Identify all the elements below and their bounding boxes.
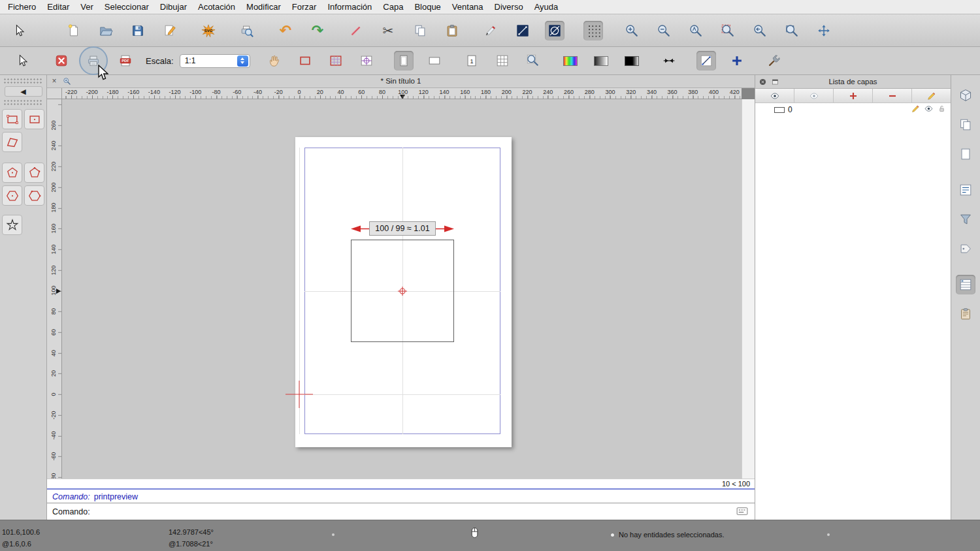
dock-tag[interactable] bbox=[956, 239, 975, 259]
menu-item[interactable]: Ver bbox=[80, 2, 93, 12]
preferences-button[interactable] bbox=[764, 51, 784, 71]
menu-item[interactable]: Diverso bbox=[495, 2, 523, 12]
zoom-selected-button[interactable] bbox=[718, 21, 738, 40]
scale-combobox[interactable]: 1:1 bbox=[180, 54, 250, 68]
collapse-panel-button[interactable]: ◀ bbox=[5, 86, 42, 97]
dock-pages[interactable] bbox=[956, 115, 975, 134]
polygon-center-corner-tool[interactable] bbox=[24, 163, 44, 183]
shapes-tool-panel: ◀ bbox=[0, 75, 47, 520]
draw-line-button[interactable] bbox=[513, 21, 532, 40]
cut-button[interactable]: ✂ bbox=[378, 21, 398, 40]
hruler-label: 140 bbox=[440, 89, 449, 95]
save-icon bbox=[131, 24, 145, 38]
menu-item[interactable]: Capa bbox=[383, 2, 403, 12]
undo-button[interactable]: ↶ bbox=[276, 21, 295, 40]
rectangle-2corner-tool[interactable] bbox=[2, 109, 22, 129]
menu-item[interactable]: Fichero bbox=[8, 2, 36, 12]
new-document-button[interactable] bbox=[64, 21, 84, 40]
export-pdf-button[interactable]: PDF bbox=[116, 51, 135, 71]
zoom-auto-button[interactable] bbox=[686, 21, 706, 40]
menu-item[interactable]: Ayuda bbox=[534, 2, 559, 12]
redo-button[interactable]: ↷ bbox=[308, 21, 327, 40]
hide-all-layers-button[interactable] bbox=[794, 89, 834, 102]
edit-layer-button[interactable] bbox=[912, 89, 951, 102]
drawing-area-column: × * Sin título 1 -220-200-180-160-140-12… bbox=[47, 75, 755, 520]
command-input-line[interactable]: Comando: bbox=[47, 503, 755, 520]
rectangle-corner-size-tool[interactable] bbox=[24, 109, 44, 129]
add-scale-button[interactable] bbox=[727, 51, 747, 71]
pan-hand-button[interactable] bbox=[265, 51, 284, 71]
draw-pen-button[interactable] bbox=[481, 21, 500, 40]
polygon-side-side-tool[interactable] bbox=[24, 185, 44, 206]
page-landscape-button[interactable] bbox=[425, 51, 444, 71]
show-all-layers-button[interactable] bbox=[755, 89, 794, 102]
page-portrait-button[interactable] bbox=[394, 51, 414, 71]
pencil-icon[interactable] bbox=[911, 104, 921, 114]
dock-block-list[interactable] bbox=[956, 180, 975, 200]
line-width-scale-button[interactable] bbox=[659, 51, 679, 71]
polygon-corner-corner-tool[interactable] bbox=[2, 185, 22, 206]
menu-item[interactable]: Dibujar bbox=[160, 2, 187, 12]
panel-drag-handle[interactable] bbox=[3, 99, 43, 105]
menu-item[interactable]: Bloque bbox=[414, 2, 440, 12]
polygon-center-point-tool[interactable] bbox=[2, 163, 22, 183]
select-tool-button-2[interactable] bbox=[13, 51, 33, 71]
close-print-preview-button[interactable] bbox=[52, 51, 71, 71]
layer-row[interactable]: 0 bbox=[755, 103, 951, 116]
export-svg-button[interactable]: SVG bbox=[199, 21, 218, 40]
open-file-button[interactable] bbox=[96, 21, 116, 40]
svg-text:PDF: PDF bbox=[122, 59, 129, 63]
remove-layer-button[interactable] bbox=[873, 89, 912, 102]
dock-view-3d[interactable] bbox=[956, 86, 975, 105]
zoom-previous-button[interactable] bbox=[750, 21, 770, 40]
menu-item[interactable]: Modificar bbox=[246, 2, 281, 12]
zoom-window-button[interactable] bbox=[782, 21, 802, 40]
menu-item[interactable]: Seleccionar bbox=[105, 2, 149, 12]
dock-clipboard[interactable] bbox=[956, 304, 975, 324]
select-tool-button[interactable] bbox=[10, 21, 29, 40]
print-preview-button[interactable] bbox=[237, 21, 257, 40]
menu-item[interactable]: Acotación bbox=[198, 2, 235, 12]
menu-item[interactable]: Ventana bbox=[452, 2, 483, 12]
dock-layer-list[interactable] bbox=[956, 275, 975, 294]
drawing-canvas[interactable]: 100 / 99 ≈ 1.01 bbox=[62, 99, 742, 479]
copy-button[interactable] bbox=[410, 21, 430, 40]
vertical-scrollbar[interactable] bbox=[742, 99, 755, 479]
keyboard-icon[interactable] bbox=[736, 507, 748, 516]
add-layer-button[interactable] bbox=[834, 89, 873, 102]
paste-button[interactable] bbox=[442, 21, 462, 40]
stepper-arrows-icon[interactable] bbox=[237, 55, 248, 67]
star-tool[interactable] bbox=[2, 215, 22, 235]
zoom-in-button[interactable] bbox=[622, 21, 642, 40]
eyegray-icon bbox=[809, 91, 819, 101]
line-style-button[interactable] bbox=[696, 51, 716, 71]
maggrid-icon bbox=[526, 54, 540, 68]
panel-drag-handle[interactable] bbox=[3, 78, 43, 84]
draft-rect-button[interactable] bbox=[295, 51, 315, 71]
save-button[interactable] bbox=[128, 21, 148, 40]
eye-icon[interactable] bbox=[924, 104, 934, 114]
menu-item[interactable]: Editar bbox=[47, 2, 69, 12]
edit-drawing-button[interactable] bbox=[160, 21, 180, 40]
pencil-icon bbox=[926, 91, 937, 101]
zoom-out-button[interactable] bbox=[654, 21, 674, 40]
draft-grid-button[interactable] bbox=[326, 51, 346, 71]
dock-icon-strip bbox=[951, 75, 980, 520]
grid-table-button[interactable] bbox=[493, 51, 512, 71]
delete-button[interactable] bbox=[346, 21, 366, 40]
zoom-pan-button[interactable] bbox=[814, 21, 834, 40]
fit-one-page-button[interactable]: 1 bbox=[462, 51, 482, 71]
color-view-button[interactable] bbox=[561, 51, 580, 71]
center-to-page-button[interactable] bbox=[357, 51, 376, 71]
menu-item[interactable]: Forzar bbox=[292, 2, 317, 12]
draw-circle-button[interactable] bbox=[545, 21, 564, 40]
blackwhite-view-button[interactable] bbox=[622, 51, 642, 71]
grayscale-view-button[interactable] bbox=[591, 51, 611, 71]
quadrilateral-tool[interactable] bbox=[2, 132, 22, 152]
lock-open-icon[interactable] bbox=[937, 104, 947, 114]
dock-filter[interactable] bbox=[956, 210, 975, 229]
snap-grid-button[interactable] bbox=[583, 21, 603, 40]
dock-new-sheet[interactable] bbox=[956, 144, 975, 164]
zoom-page-button[interactable] bbox=[523, 51, 543, 71]
menu-item[interactable]: Información bbox=[327, 2, 372, 12]
